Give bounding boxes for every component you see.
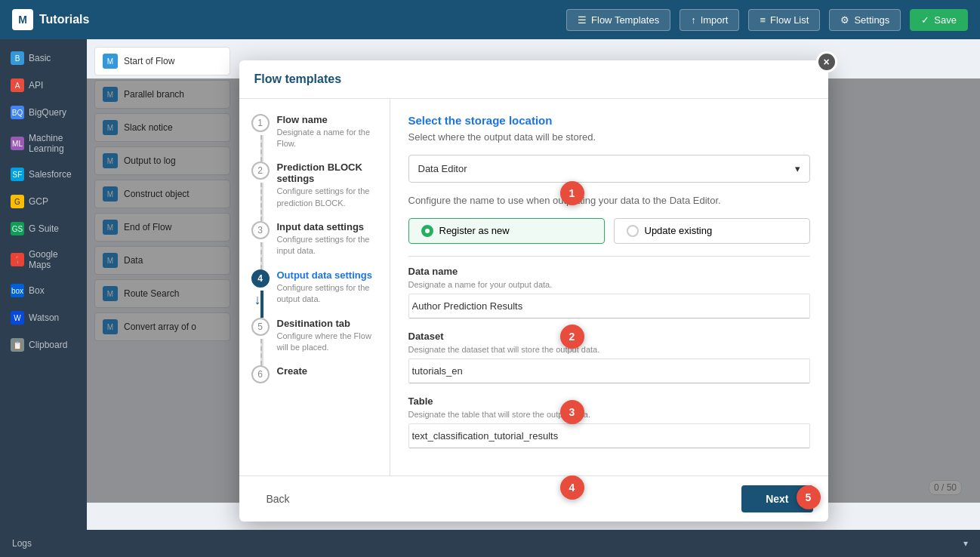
- log-bar[interactable]: Logs ▾: [0, 530, 980, 557]
- storage-desc: Configure the name to use when outputtin…: [408, 195, 810, 206]
- app-logo: M Tutorials: [12, 9, 89, 30]
- content-panel: Select the storage location Select where…: [390, 99, 828, 475]
- sidebar-item-maps[interactable]: 📍 Google Maps: [3, 243, 84, 276]
- flow-templates-button[interactable]: ☰ Flow Templates: [566, 9, 670, 31]
- step-2-desc: Configure settings for the prediction BL…: [277, 186, 378, 209]
- chevron-down-icon: ▾: [795, 163, 800, 174]
- flow-templates-icon: ☰: [578, 14, 587, 26]
- step-1-number: 1: [251, 114, 270, 132]
- modal-footer: Back Next: [239, 475, 828, 522]
- basic-icon: B: [11, 51, 24, 65]
- step-3-number: 3: [251, 221, 270, 239]
- step-6-number: 6: [251, 365, 270, 383]
- app-title: Tutorials: [39, 13, 89, 26]
- step-6-label: Create: [277, 365, 307, 377]
- modal-close-button[interactable]: ×: [816, 51, 837, 72]
- sidebar-item-ml[interactable]: ML Machine Learning: [3, 127, 84, 160]
- api-icon: A: [11, 78, 24, 92]
- flow-templates-modal: × Flow templates 1 Flow name: [239, 60, 828, 522]
- callout-5: 5: [797, 485, 821, 509]
- settings-button[interactable]: ⚙ Settings: [829, 9, 901, 31]
- callout-3: 3: [560, 400, 584, 424]
- step-4-content: Output data settings Configure settings …: [277, 269, 378, 306]
- sidebar-item-bigquery[interactable]: BQ BigQuery: [3, 100, 84, 125]
- watson-icon: W: [11, 311, 24, 325]
- data-name-field-group: Data name Designate a name for your outp…: [408, 266, 810, 319]
- step-4-label: Output data settings: [277, 269, 378, 281]
- sidebar-item-watson[interactable]: W Watson: [3, 305, 84, 331]
- modal-body: 1 Flow name Designate a name for the Flo…: [239, 99, 828, 475]
- flow-item-start-icon: M: [103, 54, 118, 69]
- data-name-label: Data name: [408, 266, 810, 277]
- step-2-label: Prediction BLOCK settings: [277, 162, 378, 184]
- step-3-desc: Configure settings for the input data.: [277, 234, 378, 257]
- step-1[interactable]: 1 Flow name Designate a name for the Flo…: [251, 114, 378, 150]
- clipboard-icon: 📋: [11, 338, 24, 352]
- sidebar-item-salesforce[interactable]: SF Salesforce: [3, 162, 84, 187]
- steps-panel: 1 Flow name Designate a name for the Flo…: [239, 99, 390, 475]
- modal-overlay: × Flow templates 1 Flow name: [87, 78, 980, 503]
- flow-list-icon: ≡: [760, 14, 766, 26]
- box-icon: box: [11, 284, 24, 297]
- step-3-content: Input data settings Configure settings f…: [277, 221, 378, 257]
- step-4[interactable]: 4 Output data settings Configure setting…: [251, 269, 378, 306]
- import-icon: ↑: [691, 14, 696, 26]
- radio-group: Register as new Update existing: [408, 218, 810, 244]
- radio-dot-register: [421, 225, 433, 237]
- step-3[interactable]: 3 Input data settings Configure settings…: [251, 221, 378, 257]
- step-4-desc: Configure settings for the output data.: [277, 282, 378, 306]
- sidebar-item-gsuite[interactable]: GS G Suite: [3, 216, 84, 242]
- table-label: Table: [408, 395, 810, 407]
- step-2[interactable]: 2 Prediction BLOCK settings Configure se…: [251, 162, 378, 209]
- callout-2: 2: [560, 325, 584, 349]
- sidebar-item-clipboard[interactable]: 📋 Clipboard: [3, 332, 84, 358]
- dataset-label: Dataset: [408, 331, 810, 342]
- main-layout: B Basic A API BQ BigQuery ML Machine Lea…: [0, 39, 980, 530]
- flow-list-button[interactable]: ≡ Flow List: [748, 9, 820, 31]
- sidebar: B Basic A API BQ BigQuery ML Machine Lea…: [0, 39, 87, 530]
- radio-register-new[interactable]: Register as new: [408, 218, 605, 244]
- top-nav: M Tutorials ☰ Flow Templates ↑ Import ≡ …: [0, 0, 980, 39]
- step-6[interactable]: 6 Create: [251, 365, 378, 383]
- logs-chevron-icon: ▾: [963, 538, 968, 549]
- flow-canvas: M Start of Flow M Parallel branch M Slac…: [87, 39, 980, 530]
- dataset-input[interactable]: [408, 359, 810, 383]
- radio-dot-update: [627, 225, 639, 237]
- ml-icon: ML: [11, 137, 24, 150]
- sidebar-item-basic[interactable]: B Basic: [3, 45, 84, 71]
- sidebar-item-api[interactable]: A API: [3, 72, 84, 98]
- import-button[interactable]: ↑ Import: [680, 9, 739, 31]
- gsuite-icon: GS: [11, 222, 24, 235]
- step-4-number: 4: [251, 269, 270, 288]
- data-name-desc: Designate a name for your output data.: [408, 280, 810, 289]
- radio-update-existing[interactable]: Update existing: [614, 218, 810, 244]
- sidebar-item-gcp[interactable]: G GCP: [3, 189, 84, 214]
- step-5-desc: Configure where the Flow will be placed.: [277, 331, 378, 354]
- maps-icon: 📍: [11, 253, 24, 266]
- step-2-content: Prediction BLOCK settings Configure sett…: [277, 162, 378, 209]
- data-name-input[interactable]: [408, 294, 810, 319]
- step-5-label: Desitination tab: [277, 318, 378, 329]
- table-desc: Designate the table that will store the …: [408, 410, 810, 419]
- gcp-icon: G: [11, 195, 24, 208]
- gear-icon: ⚙: [840, 14, 849, 26]
- salesforce-icon: SF: [11, 168, 24, 181]
- callout-4: 4: [560, 475, 584, 500]
- step-3-label: Input data settings: [277, 221, 378, 232]
- step-5[interactable]: 5 Desitination tab Configure where the F…: [251, 318, 378, 354]
- dataset-desc: Designate the dataset that will store th…: [408, 345, 810, 354]
- callout-1: 1: [560, 181, 584, 205]
- table-input[interactable]: [408, 423, 810, 448]
- step-1-desc: Designate a name for the Flow.: [277, 127, 378, 150]
- flow-item-start[interactable]: M Start of Flow: [94, 47, 230, 75]
- step-4-arrow: ↓: [254, 292, 261, 308]
- bigquery-icon: BQ: [11, 106, 24, 119]
- dataset-field-group: Dataset Designate the dataset that will …: [408, 331, 810, 383]
- sidebar-item-box[interactable]: box Box: [3, 278, 84, 303]
- step-5-content: Desitination tab Configure where the Flo…: [277, 318, 378, 354]
- storage-dropdown[interactable]: Data Editor ▾: [408, 155, 810, 183]
- table-field-group: Table Designate the table that will stor…: [408, 395, 810, 448]
- back-button[interactable]: Back: [254, 487, 302, 511]
- save-button[interactable]: ✓ Save: [910, 9, 968, 31]
- section-title: Select the storage location: [408, 114, 810, 127]
